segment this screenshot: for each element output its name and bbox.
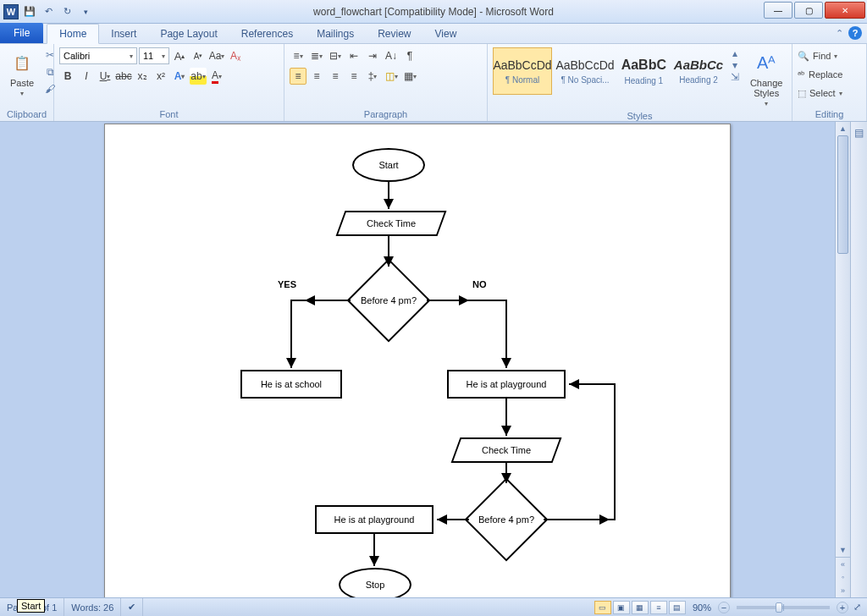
style-no-spacing[interactable]: AaBbCcDd ¶ No Spaci... <box>555 47 615 95</box>
ribbon: 📋 Paste ▾ ✂ ⧉ 🖌 Clipboard Calibri▾ 11▾ A… <box>0 44 867 122</box>
font-size-combo[interactable]: 11▾ <box>139 47 169 64</box>
scroll-down-icon[interactable]: ▼ <box>836 543 850 557</box>
select-button[interactable]: ⬚Select▾ <box>798 85 842 102</box>
styles-more-icon[interactable]: ⇲ <box>727 71 743 83</box>
browse-prev-icon[interactable]: « <box>836 557 850 570</box>
window-minimize-button[interactable]: — <box>764 2 792 19</box>
window-maximize-button[interactable]: ▢ <box>794 2 823 19</box>
qat-undo-icon[interactable]: ↶ <box>41 4 56 19</box>
qat-customize-icon[interactable]: ▾ <box>78 4 93 19</box>
view-web-icon[interactable]: ▦ <box>632 601 649 614</box>
view-draft-icon[interactable]: ▤ <box>669 601 686 614</box>
flowchart-yes-label: YES <box>278 279 296 289</box>
browse-next-icon[interactable]: » <box>836 584 850 597</box>
document-page[interactable]: Start Check Time YES NO Before 4 pm? He … <box>104 124 731 597</box>
style-heading2[interactable]: AaBbCc Heading 2 <box>673 47 725 95</box>
flowchart-rect-playground-1[interactable]: He is at playground <box>447 370 566 399</box>
find-icon: 🔍 <box>798 51 809 62</box>
superscript-button[interactable]: x² <box>152 68 169 85</box>
bullets-icon[interactable]: ≡▾ <box>290 47 306 64</box>
zoom-out-button[interactable]: − <box>718 602 730 613</box>
bold-button[interactable]: B <box>59 68 76 85</box>
font-color-icon[interactable]: A▾ <box>208 68 225 85</box>
zoom-level[interactable]: 90% <box>688 602 716 613</box>
style-heading1[interactable]: AaBbC Heading 1 <box>618 47 670 95</box>
align-left-icon[interactable]: ≡ <box>290 68 306 85</box>
editing-group-label: Editing <box>798 107 861 121</box>
italic-button[interactable]: I <box>78 68 95 85</box>
justify-icon[interactable]: ≡ <box>345 68 362 85</box>
shrink-font-icon[interactable]: A▾ <box>190 47 207 64</box>
styles-row-down-icon[interactable]: ▾ <box>727 59 743 71</box>
underline-button[interactable]: U▾ <box>97 68 113 85</box>
help-icon[interactable]: ? <box>848 26 862 40</box>
flowchart-decision-2[interactable]: Before 4 pm? <box>477 490 536 549</box>
zoom-slider[interactable] <box>737 606 830 609</box>
tab-home[interactable]: Home <box>47 24 99 44</box>
window-close-button[interactable]: ✕ <box>825 2 865 19</box>
minimize-ribbon-icon[interactable]: ⌃ <box>836 28 843 39</box>
replace-button[interactable]: ᵃᵇReplace <box>798 66 842 83</box>
flowchart-parallelogram-check1[interactable]: Check Time <box>336 211 447 236</box>
flowchart-stop[interactable]: Stop <box>339 568 411 597</box>
change-case-icon[interactable]: Aa▾ <box>208 47 225 64</box>
show-marks-icon[interactable]: ¶ <box>401 47 418 64</box>
tab-review[interactable]: Review <box>366 25 422 43</box>
flowchart-rect-playground-2[interactable]: He is at playground <box>315 505 434 534</box>
grow-font-icon[interactable]: A▴ <box>171 47 188 64</box>
qat-save-icon[interactable]: 💾 <box>22 4 37 19</box>
flowchart-decision-1[interactable]: Before 4 pm? <box>359 271 418 330</box>
document-area: Start Check Time YES NO Before 4 pm? He … <box>0 122 867 597</box>
scroll-thumb[interactable] <box>837 135 848 254</box>
scroll-up-icon[interactable]: ▲ <box>836 122 850 135</box>
sort-icon[interactable]: A↓ <box>383 47 400 64</box>
flowchart-rect-school[interactable]: He is at school <box>240 370 342 399</box>
decrease-indent-icon[interactable]: ⇤ <box>345 47 362 64</box>
subscript-button[interactable]: x₂ <box>134 68 151 85</box>
zoom-fit-icon[interactable]: ⤢ <box>850 602 864 613</box>
view-full-screen-icon[interactable]: ▣ <box>613 601 630 614</box>
clear-format-icon[interactable]: Aᵪ <box>227 47 244 64</box>
select-icon: ⬚ <box>798 88 806 99</box>
view-print-layout-icon[interactable]: ▭ <box>594 601 611 614</box>
tab-view[interactable]: View <box>423 25 469 43</box>
line-spacing-icon[interactable]: ‡▾ <box>364 68 381 85</box>
find-button[interactable]: 🔍Find▾ <box>798 47 837 64</box>
view-outline-icon[interactable]: ≡ <box>650 601 667 614</box>
strike-button[interactable]: abc <box>115 68 132 85</box>
tab-insert[interactable]: Insert <box>99 25 148 43</box>
vertical-scrollbar[interactable]: ▲ ▼ « ◦ » <box>835 122 850 597</box>
styles-row-up-icon[interactable]: ▴ <box>727 47 743 59</box>
text-effects-icon[interactable]: A▾ <box>171 68 188 85</box>
paste-button[interactable]: 📋 Paste ▾ <box>5 47 39 99</box>
status-proofing-icon[interactable]: ✔ <box>121 598 143 616</box>
side-ruler-tools: ▤ <box>850 122 867 597</box>
multilevel-icon[interactable]: ⊟▾ <box>327 47 344 64</box>
clipboard-group-label: Clipboard <box>5 107 48 121</box>
flowchart-parallelogram-check2[interactable]: Check Time <box>451 437 562 463</box>
ruler-toggle-icon[interactable]: ▤ <box>852 125 867 140</box>
font-name-combo[interactable]: Calibri▾ <box>59 47 137 64</box>
align-right-icon[interactable]: ≡ <box>327 68 344 85</box>
align-center-icon[interactable]: ≡ <box>308 68 325 85</box>
style-normal[interactable]: AaBbCcDd ¶ Normal <box>493 47 552 95</box>
ribbon-tabs: File Home Insert Page Layout References … <box>0 24 867 44</box>
qat-redo-icon[interactable]: ↻ <box>59 4 75 19</box>
status-words[interactable]: Words: 26 <box>64 598 121 616</box>
tab-mailings[interactable]: Mailings <box>305 25 366 43</box>
numbering-icon[interactable]: ≣▾ <box>308 47 325 64</box>
font-group-label: Font <box>59 107 279 121</box>
flowchart-start[interactable]: Start <box>352 148 425 182</box>
highlight-icon[interactable]: ab▾ <box>190 68 207 85</box>
shading-icon[interactable]: ◫▾ <box>383 68 400 85</box>
paragraph-group-label: Paragraph <box>290 107 482 121</box>
zoom-in-button[interactable]: + <box>837 602 848 613</box>
tab-page-layout[interactable]: Page Layout <box>148 25 229 43</box>
tab-references[interactable]: References <box>229 25 305 43</box>
browse-object-icon[interactable]: ◦ <box>836 570 850 584</box>
increase-indent-icon[interactable]: ⇥ <box>364 47 381 64</box>
styles-group-label: Styles <box>493 109 787 123</box>
change-styles-button[interactable]: Aᴬ Change Styles ▾ <box>746 47 787 109</box>
borders-icon[interactable]: ▦▾ <box>401 68 418 85</box>
file-tab[interactable]: File <box>0 23 43 43</box>
